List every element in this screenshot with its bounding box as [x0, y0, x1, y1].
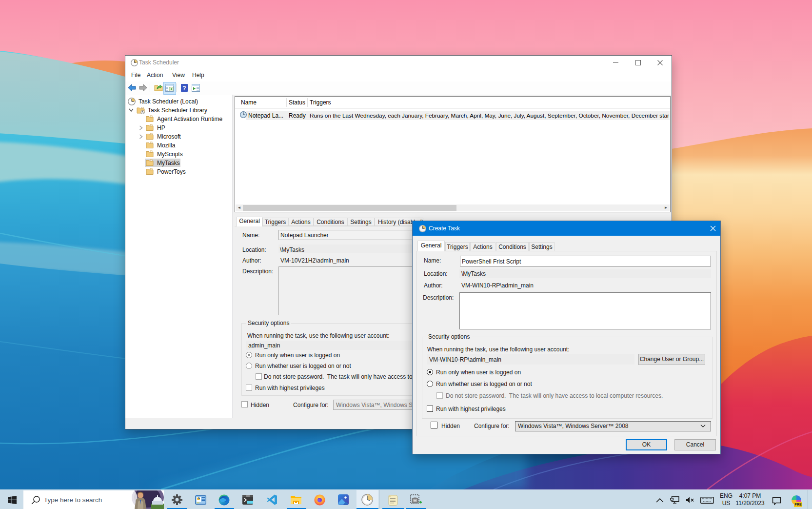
svg-text:?: ?: [182, 85, 186, 92]
